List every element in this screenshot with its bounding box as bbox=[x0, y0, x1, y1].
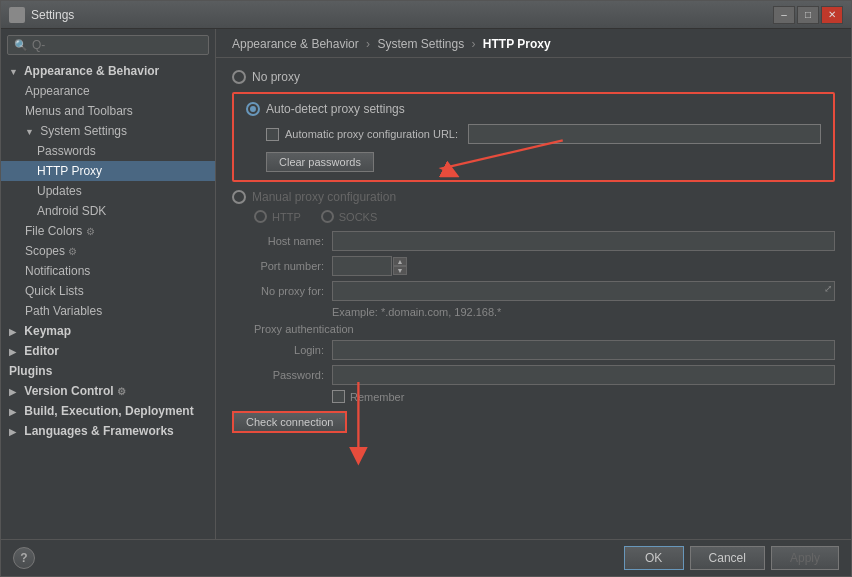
no-proxy-for-row: No proxy for: ⤢ bbox=[232, 281, 835, 301]
clear-passwords-row: Clear passwords bbox=[246, 152, 821, 172]
port-label: Port number: bbox=[232, 260, 332, 272]
proxy-auth-label: Proxy authentication bbox=[232, 323, 835, 335]
example-row: Example: *.domain.com, 192.168.* bbox=[232, 306, 835, 318]
auto-config-checkbox[interactable] bbox=[266, 128, 279, 141]
minimize-button[interactable]: – bbox=[773, 6, 795, 24]
sidebar: 🔍 ▼ Appearance & Behavior Appearance Men… bbox=[1, 29, 216, 539]
clear-passwords-button[interactable]: Clear passwords bbox=[266, 152, 374, 172]
sidebar-item-plugins[interactable]: Plugins bbox=[1, 361, 215, 381]
password-input[interactable] bbox=[332, 365, 835, 385]
sidebar-item-file-colors[interactable]: File Colors ⚙ bbox=[1, 221, 215, 241]
password-label: Password: bbox=[232, 369, 332, 381]
apply-button[interactable]: Apply bbox=[771, 546, 839, 570]
sidebar-item-languages-frameworks[interactable]: ▶ Languages & Frameworks bbox=[1, 421, 215, 441]
settings-window: Settings – □ ✕ 🔍 ▼ Appearance & Behavior… bbox=[0, 0, 852, 577]
remember-row: Remember bbox=[232, 390, 835, 403]
expand-arrow-3: ▶ bbox=[9, 327, 21, 337]
no-proxy-radio[interactable] bbox=[232, 70, 246, 84]
sidebar-item-version-control[interactable]: ▶ Version Control ⚙ bbox=[1, 381, 215, 401]
maximize-button[interactable]: □ bbox=[797, 6, 819, 24]
check-connection-button[interactable]: Check connection bbox=[232, 411, 347, 433]
socks-radio[interactable] bbox=[321, 210, 334, 223]
remember-label: Remember bbox=[350, 391, 404, 403]
check-connection-container: Check connection bbox=[232, 411, 835, 433]
no-proxy-label: No proxy bbox=[252, 70, 300, 84]
sidebar-item-quick-lists[interactable]: Quick Lists bbox=[1, 281, 215, 301]
expand-arrow-7: ▶ bbox=[9, 427, 21, 437]
sidebar-item-build-execution[interactable]: ▶ Build, Execution, Deployment bbox=[1, 401, 215, 421]
example-text: Example: *.domain.com, 192.168.* bbox=[332, 306, 501, 318]
main-panel-wrapper: Appearance & Behavior › System Settings … bbox=[216, 29, 851, 539]
ok-button[interactable]: OK bbox=[624, 546, 684, 570]
expand-arrow-4: ▶ bbox=[9, 347, 21, 357]
window-controls: – □ ✕ bbox=[773, 6, 843, 24]
sidebar-item-path-variables[interactable]: Path Variables bbox=[1, 301, 215, 321]
auto-detect-option[interactable]: Auto-detect proxy settings bbox=[246, 102, 821, 116]
sidebar-item-http-proxy[interactable]: HTTP Proxy bbox=[1, 161, 215, 181]
auto-config-label: Automatic proxy configuration URL: bbox=[285, 128, 458, 140]
auto-config-url-input[interactable] bbox=[468, 124, 821, 144]
sidebar-item-updates[interactable]: Updates bbox=[1, 181, 215, 201]
host-row: Host name: bbox=[232, 231, 835, 251]
settings-content: No proxy Auto-detect proxy settings A bbox=[216, 58, 851, 539]
port-decrement-button[interactable]: ▼ bbox=[393, 266, 407, 275]
manual-proxy-radio[interactable] bbox=[232, 190, 246, 204]
help-button[interactable]: ? bbox=[13, 547, 35, 569]
app-icon bbox=[9, 7, 25, 23]
cancel-button[interactable]: Cancel bbox=[690, 546, 765, 570]
expand-icon[interactable]: ⤢ bbox=[824, 283, 832, 294]
search-icon: 🔍 bbox=[14, 39, 28, 52]
sidebar-item-menus-toolbars[interactable]: Menus and Toolbars bbox=[1, 101, 215, 121]
sidebar-item-notifications[interactable]: Notifications bbox=[1, 261, 215, 281]
auto-config-row: Automatic proxy configuration URL: bbox=[246, 124, 821, 144]
search-box[interactable]: 🔍 bbox=[7, 35, 209, 55]
http-radio-item[interactable]: HTTP bbox=[254, 210, 301, 223]
auto-detect-label: Auto-detect proxy settings bbox=[266, 102, 405, 116]
password-row: Password: bbox=[232, 365, 835, 385]
host-label: Host name: bbox=[232, 235, 332, 247]
socks-label: SOCKS bbox=[339, 211, 378, 223]
http-label: HTTP bbox=[272, 211, 301, 223]
close-button[interactable]: ✕ bbox=[821, 6, 843, 24]
search-input[interactable] bbox=[32, 38, 202, 52]
sidebar-item-scopes[interactable]: Scopes ⚙ bbox=[1, 241, 215, 261]
no-proxy-for-label: No proxy for: bbox=[232, 285, 332, 297]
port-input[interactable]: 80 bbox=[332, 256, 392, 276]
port-increment-button[interactable]: ▲ bbox=[393, 257, 407, 266]
sidebar-item-keymap[interactable]: ▶ Keymap bbox=[1, 321, 215, 341]
file-colors-icon: ⚙ bbox=[86, 226, 95, 237]
manual-proxy-option[interactable]: Manual proxy configuration bbox=[232, 190, 835, 204]
main-panel: Appearance & Behavior › System Settings … bbox=[216, 29, 851, 539]
no-proxy-for-input[interactable] bbox=[332, 281, 835, 301]
expand-arrow-5: ▶ bbox=[9, 387, 21, 397]
port-row: Port number: 80 ▲ ▼ bbox=[232, 256, 835, 276]
auto-detect-box: Auto-detect proxy settings Automatic pro… bbox=[232, 92, 835, 182]
bottom-bar: ? OK Cancel Apply bbox=[1, 539, 851, 576]
login-input[interactable] bbox=[332, 340, 835, 360]
radio-dot bbox=[250, 106, 256, 112]
login-label: Login: bbox=[232, 344, 332, 356]
content-area: 🔍 ▼ Appearance & Behavior Appearance Men… bbox=[1, 29, 851, 539]
socks-radio-item[interactable]: SOCKS bbox=[321, 210, 378, 223]
http-radio[interactable] bbox=[254, 210, 267, 223]
auto-detect-radio[interactable] bbox=[246, 102, 260, 116]
expand-arrow-6: ▶ bbox=[9, 407, 21, 417]
sidebar-item-system-settings[interactable]: ▼ System Settings bbox=[1, 121, 215, 141]
no-proxy-option[interactable]: No proxy bbox=[232, 70, 835, 84]
sidebar-item-passwords[interactable]: Passwords bbox=[1, 141, 215, 161]
remember-checkbox[interactable] bbox=[332, 390, 345, 403]
port-spinner: ▲ ▼ bbox=[393, 257, 407, 275]
sidebar-item-android-sdk[interactable]: Android SDK bbox=[1, 201, 215, 221]
scopes-icon: ⚙ bbox=[68, 246, 77, 257]
protocol-selection: HTTP SOCKS bbox=[232, 210, 835, 223]
login-row: Login: bbox=[232, 340, 835, 360]
expand-arrow: ▼ bbox=[9, 67, 21, 77]
breadcrumb: Appearance & Behavior › System Settings … bbox=[216, 29, 851, 58]
sidebar-item-appearance-behavior[interactable]: ▼ Appearance & Behavior bbox=[1, 61, 215, 81]
host-input[interactable] bbox=[332, 231, 835, 251]
help-area: ? bbox=[13, 547, 35, 569]
sidebar-item-appearance[interactable]: Appearance bbox=[1, 81, 215, 101]
expand-arrow-2: ▼ bbox=[25, 127, 37, 137]
sidebar-item-editor[interactable]: ▶ Editor bbox=[1, 341, 215, 361]
window-title: Settings bbox=[31, 8, 773, 22]
